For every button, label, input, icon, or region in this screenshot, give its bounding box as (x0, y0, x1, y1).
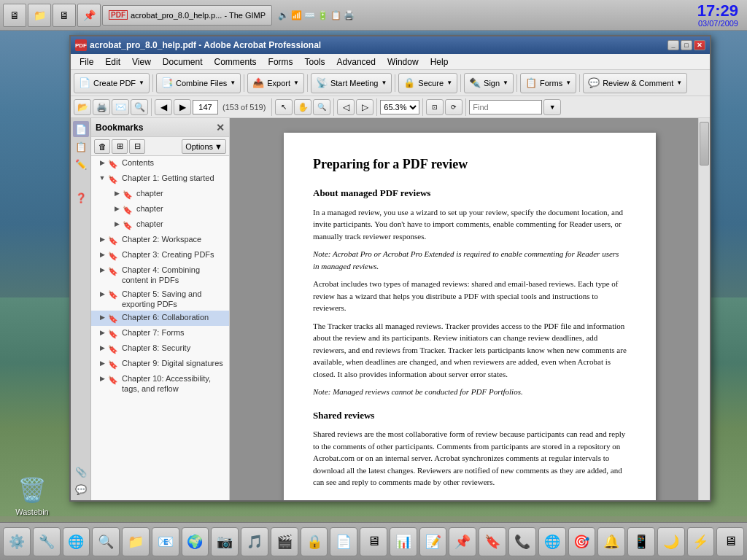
bookmark-item-ch5[interactable]: ▶ 🔖 Chapter 5: Saving and exporting PDFs (91, 287, 229, 311)
open-folder-button[interactable]: 📂 (74, 99, 91, 115)
dock-btn-monitor[interactable]: 🖥 (360, 527, 387, 556)
sidebar-icon-attachments[interactable]: 📎 (73, 464, 89, 480)
sidebar-icon-comments[interactable]: 💬 (73, 481, 89, 497)
select-tool-button[interactable]: ↖ (275, 99, 293, 115)
secure-button[interactable]: 🔒 Secure ▼ (398, 73, 457, 93)
forms-button[interactable]: 📋 Forms ▼ (520, 73, 576, 93)
create-pdf-button[interactable]: 📄 Create PDF ▼ (74, 73, 150, 93)
dock-btn-files[interactable]: 📁 (122, 527, 150, 556)
menu-comments[interactable]: Comments (209, 55, 263, 69)
bookmark-item-ch4[interactable]: ▶ 🔖 Chapter 4: Combining content in PDFs (91, 263, 229, 287)
dock-btn-document[interactable]: 📄 (330, 527, 357, 556)
zoom-out-button[interactable]: 🔍 (313, 99, 330, 115)
email-button[interactable]: ✉️ (112, 99, 129, 115)
hand-tool-button[interactable]: ✋ (294, 99, 311, 115)
dock-btn-mobile[interactable]: 📱 (627, 527, 655, 556)
bookmark-item-ch1[interactable]: ▼ 🔖 Chapter 1: Getting started (91, 171, 229, 187)
dock-btn-video[interactable]: 🎬 (271, 527, 298, 556)
document-scroll-area[interactable]: Preparing for a PDF review About managed… (230, 118, 710, 500)
bookmark-item-contents[interactable]: ▶ 🔖 Contents (91, 156, 229, 171)
sidebar-icon-bookmarks[interactable]: 📄 (73, 121, 89, 137)
bookmarks-close-button[interactable]: ✕ (216, 122, 225, 133)
menu-view[interactable]: View (126, 55, 157, 69)
clock-time: 17:29 (697, 3, 738, 19)
menu-document[interactable]: Document (157, 55, 209, 69)
taskbar-app-title[interactable]: PDF acrobat_pro_8.0_help.p... - The GIMP (102, 5, 272, 26)
bookmark-item-ch8[interactable]: ▶ 🔖 Chapter 8: Security (91, 341, 229, 357)
forward-button[interactable]: ▷ (356, 99, 374, 115)
dock-btn-music[interactable]: 🎵 (241, 527, 268, 556)
sidebar-icon-signatures[interactable]: ✏️ (73, 156, 89, 172)
bm-expand-button[interactable]: ⊞ (112, 139, 128, 154)
bm-collapse-button[interactable]: ⊟ (129, 139, 145, 154)
dock-btn-moon[interactable]: 🌙 (657, 527, 685, 556)
bookmark-item-ch7[interactable]: ▶ 🔖 Chapter 7: Forms (91, 326, 229, 341)
prev-page-button[interactable]: ◀ (155, 99, 172, 115)
dock-btn-security[interactable]: 🔒 (301, 527, 328, 556)
export-button[interactable]: 📤 Export ▼ (247, 73, 304, 93)
minimize-button[interactable]: _ (667, 40, 679, 50)
page-number-input[interactable] (193, 100, 218, 114)
dock-btn-bookmark[interactable]: 📌 (449, 527, 476, 556)
combine-files-button[interactable]: 📑 Combine Files ▼ (156, 73, 241, 93)
menu-edit[interactable]: Edit (99, 55, 126, 69)
close-button[interactable]: ✕ (694, 40, 705, 50)
wastebin[interactable]: 🗑️ Wastebin (15, 472, 50, 516)
bookmark-item-ch6[interactable]: ▶ 🔖 Chapter 6: Collaboration (91, 311, 229, 326)
dock-btn-notify[interactable]: 🔔 (597, 527, 625, 556)
dock-btn-network[interactable]: 🌐 (63, 527, 90, 556)
menu-help[interactable]: Help (425, 55, 454, 69)
dock-btn-browser[interactable]: 🌍 (182, 527, 209, 556)
bookmark-item-ch1-sub1[interactable]: ▶ 🔖 chapter (91, 187, 229, 202)
dock-btn-web2[interactable]: 🌐 (538, 527, 566, 556)
bookmark-item-ch9[interactable]: ▶ 🔖 Chapter 9: Digital signatures (91, 357, 229, 372)
search-btn[interactable]: 🔍 (131, 99, 148, 115)
rotate-button[interactable]: ⟳ (445, 99, 462, 115)
bookmark-item-ch10[interactable]: ▶ 🔖 Chapter 10: Accessibility, tags, and… (91, 372, 229, 396)
back-button[interactable]: ◁ (337, 99, 355, 115)
sign-button[interactable]: ✒️ Sign ▼ (464, 73, 514, 93)
bookmark-item-ch3[interactable]: ▶ 🔖 Chapter 3: Creating PDFs (91, 248, 229, 263)
taskbar-btn-1[interactable]: 🖥 (3, 4, 26, 27)
menu-advanced[interactable]: Advanced (331, 55, 382, 69)
review-comment-button[interactable]: 💬 Review & Comment ▼ (583, 73, 687, 93)
sidebar-icon-help[interactable]: ❓ (73, 190, 89, 206)
bookmark-item-ch1-sub2[interactable]: ▶ 🔖 chapter (91, 202, 229, 217)
bm-options-button[interactable]: Options ▼ (182, 139, 226, 154)
dock-btn-camera[interactable]: 📷 (211, 527, 239, 556)
bookmark-item-ch1-sub3[interactable]: ▶ 🔖 chapter (91, 217, 229, 233)
taskbar-btn-3[interactable]: 🖥 (53, 4, 76, 27)
dock-btn-search[interactable]: 🔍 (92, 527, 120, 556)
find-input[interactable] (469, 100, 542, 114)
dock-btn-tools[interactable]: 🔧 (33, 527, 61, 556)
bm-delete-button[interactable]: 🗑 (94, 139, 110, 154)
dock-btn-word[interactable]: 📝 (419, 527, 447, 556)
find-arrow-button[interactable]: ▼ (543, 99, 561, 115)
fit-page-button[interactable]: ⊡ (426, 99, 444, 115)
maximize-button[interactable]: □ (681, 40, 692, 50)
menu-forms[interactable]: Forms (263, 55, 299, 69)
dock-btn-screen[interactable]: 🖥 (716, 527, 744, 556)
bookmark-item-ch2[interactable]: ▶ 🔖 Chapter 2: Workspace (91, 233, 229, 248)
dock-btn-tags[interactable]: 🔖 (479, 527, 506, 556)
vertical-scrollbar[interactable] (698, 118, 710, 500)
print-button[interactable]: 🖨️ (93, 99, 110, 115)
dock-btn-power[interactable]: ⚡ (687, 527, 715, 556)
menu-file[interactable]: File (74, 55, 99, 69)
taskbar-btn-4[interactable]: 📌 (77, 4, 101, 27)
taskbar-btn-2[interactable]: 📁 (28, 4, 51, 27)
zoom-select[interactable]: 65.3% 50% 75% 100% (380, 100, 419, 114)
meeting-arrow: ▼ (381, 79, 387, 86)
next-page-button[interactable]: ▶ (174, 99, 191, 115)
forms-arrow: ▼ (565, 79, 571, 86)
dock-btn-email[interactable]: 📧 (152, 527, 179, 556)
menu-tools[interactable]: Tools (299, 55, 331, 69)
start-meeting-button[interactable]: 📡 Start Meeting ▼ (311, 73, 392, 93)
menu-window[interactable]: Window (382, 55, 425, 69)
scroll-thumb[interactable] (700, 122, 709, 166)
sidebar-icon-layers[interactable]: 📋 (73, 139, 89, 155)
dock-btn-spreadsheet[interactable]: 📊 (390, 527, 417, 556)
dock-btn-phone[interactable]: 📞 (508, 527, 536, 556)
dock-btn-settings[interactable]: ⚙️ (3, 527, 31, 556)
dock-btn-target[interactable]: 🎯 (568, 527, 596, 556)
